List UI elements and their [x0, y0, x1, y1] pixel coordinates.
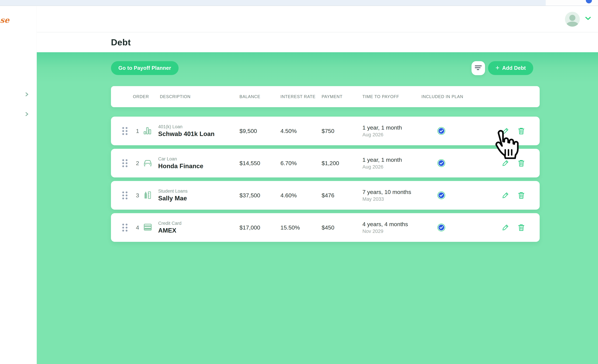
- delete-debt-button[interactable]: [518, 127, 525, 135]
- payoff-date: Aug 2026: [362, 132, 413, 138]
- order-number: 4: [133, 224, 142, 231]
- payment-value: $750: [322, 128, 362, 134]
- drag-handle-icon[interactable]: [122, 224, 127, 232]
- column-header-balance: BALANCE: [240, 94, 281, 99]
- column-header-payment: PAYMENT: [322, 94, 362, 99]
- payoff-date: Aug 2026: [362, 164, 413, 170]
- debt-name: Schwab 401k Loan: [158, 130, 240, 138]
- balance-value: $14,550: [240, 160, 281, 167]
- sidebar-expand-chevron-icon[interactable]: [25, 112, 29, 116]
- debt-row: 1: [111, 117, 540, 145]
- payoff-date: May 2033: [362, 196, 413, 202]
- balance-value: $37,500: [240, 192, 281, 199]
- filter-button[interactable]: [472, 61, 485, 75]
- balance-value: $17,000: [240, 224, 281, 231]
- balance-value: $9,500: [240, 128, 281, 134]
- debt-page: se Debt: [0, 0, 598, 364]
- edit-debt-button[interactable]: [502, 127, 509, 135]
- interest-rate-value: 4.60%: [281, 192, 322, 199]
- included-in-plan-checkbox[interactable]: [437, 191, 445, 199]
- debt-row: 2: [111, 149, 540, 178]
- order-number: 3: [133, 192, 142, 199]
- filter-icon: [474, 65, 482, 72]
- included-in-plan-checkbox[interactable]: [437, 159, 445, 167]
- debt-type-label: 401(k) Loan: [158, 124, 240, 129]
- payoff-duration: 4 years, 4 months: [362, 221, 413, 227]
- delete-debt-button[interactable]: [518, 224, 525, 231]
- column-header-included-in-plan: INCLUDED IN PLAN: [413, 94, 469, 99]
- order-number: 2: [133, 160, 142, 167]
- drag-handle-icon[interactable]: [122, 191, 127, 199]
- app-logo[interactable]: se: [0, 16, 9, 24]
- included-in-plan-checkbox[interactable]: [437, 127, 445, 135]
- page-title: Debt: [111, 37, 131, 47]
- column-header-time-to-payoff: TIME TO PAYOFF: [362, 94, 413, 99]
- bar-chart-icon: [143, 126, 158, 136]
- payoff-duration: 7 years, 10 months: [362, 189, 413, 195]
- included-in-plan-checkbox[interactable]: [437, 224, 445, 231]
- delete-debt-button[interactable]: [518, 192, 525, 199]
- drag-handle-icon[interactable]: [122, 127, 127, 135]
- sidebar-expand-chevron-icon[interactable]: [25, 92, 29, 97]
- delete-debt-button[interactable]: [518, 159, 525, 167]
- payoff-duration: 1 year, 1 month: [362, 124, 413, 131]
- account-menu-chevron-icon[interactable]: [585, 17, 591, 21]
- interest-rate-value: 15.50%: [281, 224, 322, 231]
- page-header: Debt: [37, 32, 598, 52]
- order-number: 1: [133, 128, 142, 134]
- go-to-payoff-planner-button[interactable]: Go to Payoff Planner: [111, 61, 179, 75]
- column-header-order: ORDER: [133, 94, 142, 99]
- drag-handle-icon[interactable]: [122, 159, 127, 167]
- column-header-description: DESCRIPTION: [158, 94, 240, 99]
- debt-content: Go to Payoff Planner: [37, 52, 598, 364]
- browser-strip: [0, 0, 598, 6]
- payment-value: $450: [322, 224, 362, 231]
- debt-row: 3: [111, 181, 540, 210]
- debt-row: 4: [111, 213, 540, 242]
- interest-rate-value: 4.50%: [281, 128, 322, 134]
- debt-name: Honda Finance: [158, 163, 240, 170]
- debt-type-label: Student Loans: [158, 189, 240, 194]
- pencil-ruler-icon: [143, 190, 158, 200]
- sidebar: se: [0, 6, 37, 364]
- car-icon: [143, 159, 158, 168]
- payment-value: $1,200: [322, 160, 362, 167]
- user-avatar[interactable]: [565, 12, 580, 27]
- column-header-interest-rate: INTEREST RATE: [281, 94, 322, 99]
- payoff-duration: 1 year, 1 month: [362, 157, 413, 163]
- debt-name: Sally Mae: [158, 195, 240, 202]
- debt-type-label: Credit Card: [158, 221, 240, 226]
- topbar: [37, 6, 598, 32]
- debt-list: 1: [111, 117, 540, 242]
- edit-debt-button[interactable]: [502, 160, 509, 167]
- payoff-date: Nov 2029: [362, 228, 413, 234]
- edit-debt-button[interactable]: [502, 224, 509, 231]
- edit-debt-button[interactable]: [502, 192, 509, 199]
- interest-rate-value: 6.70%: [281, 160, 322, 167]
- payment-value: $476: [322, 192, 362, 199]
- debt-name: AMEX: [158, 227, 240, 234]
- credit-card-icon: [143, 223, 158, 232]
- add-debt-button[interactable]: + Add Debt: [488, 61, 533, 75]
- table-header: ORDER DESCRIPTION BALANCE INTEREST RATE …: [111, 86, 540, 107]
- debt-type-label: Car Loan: [158, 156, 240, 162]
- add-debt-label: Add Debt: [502, 65, 526, 71]
